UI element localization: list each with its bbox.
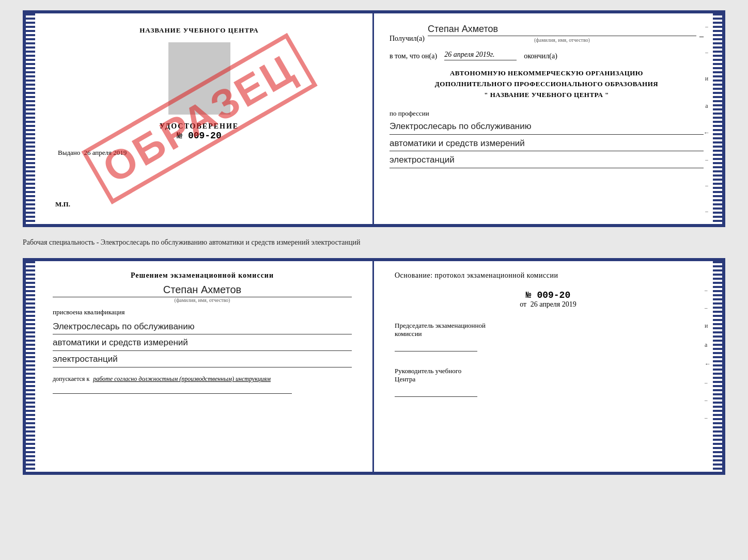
org-line1: АВТОНОМНУЮ НЕКОММЕРЧЕСКУЮ ОРГАНИЗАЦИЮ: [389, 68, 704, 79]
bottom-left-panel: Решением экзаменационной комиссии Степан…: [26, 261, 374, 472]
ind-dash2: –: [705, 305, 711, 311]
right-stripe-decoration: [713, 13, 722, 224]
resheniem-title: Решением экзаменационной комиссии: [53, 271, 352, 280]
po-professii-text: по профессии: [389, 109, 704, 118]
school-title-top: НАЗВАНИЕ УЧЕБНОГО ЦЕНТРА: [53, 26, 346, 35]
poluchil-label: Получил(а): [389, 35, 425, 43]
dopuskaetsya-underline: [53, 393, 292, 394]
chairman-line2: комиссии: [395, 330, 702, 338]
indicator-dash2: –: [705, 49, 708, 55]
indicator-a: а: [705, 102, 708, 110]
ind-dash1: –: [705, 287, 711, 293]
indicator-dash1: –: [705, 23, 708, 29]
protocol-block: № 009-20 от 26 апреля 2019: [395, 287, 702, 309]
rukovod-sig-line: [395, 396, 477, 397]
indicator-arrow: ←: [704, 129, 710, 137]
vydano-label: Выдано: [58, 149, 80, 156]
date-prefix: от: [520, 300, 526, 308]
photo-placeholder: [168, 42, 230, 115]
ind-i: и: [705, 322, 711, 330]
indicator-dash5: –: [705, 208, 708, 214]
udostoverenie-label: УДОСТОВЕРЕНИЕ: [53, 122, 346, 131]
qual-line2: автоматики и средств измерений: [53, 335, 352, 351]
org-block: АВТОНОМНУЮ НЕКОММЕРЧЕСКУЮ ОРГАНИЗАЦИЮ ДО…: [389, 68, 704, 100]
ind-dash4: –: [705, 397, 711, 403]
indicator-dash3: –: [705, 156, 708, 163]
bottom-right-stripe: [713, 261, 722, 472]
cert-right-panel: Получил(а) Степан Ахметов (фамилия, имя,…: [374, 13, 722, 224]
ind-dash3: –: [705, 379, 711, 386]
qual-line1: Электрослесарь по обслуживанию: [53, 319, 352, 335]
between-label-text: Рабочая специальность - Электрослесарь п…: [23, 238, 360, 246]
org-line2: ДОПОЛНИТЕЛЬНОГО ПРОФЕССИОНАЛЬНОГО ОБРАЗО…: [389, 79, 704, 90]
v-tom-label: в том, что он(а): [389, 52, 437, 60]
dopuskaetsya-label: допускается к: [53, 375, 89, 382]
mp-label: М.П.: [53, 200, 346, 214]
rukovod-line2: Центра: [395, 375, 702, 383]
osnovanie-title: Основание: протокол экзаменационной коми…: [395, 271, 702, 280]
cert-left-inner: НАЗВАНИЕ УЧЕБНОГО ЦЕНТРА УДОСТОВЕРЕНИЕ №…: [53, 24, 346, 214]
protocol-date: от 26 апреля 2019: [395, 300, 702, 309]
left-stripe-decoration: [26, 13, 35, 224]
ind-dash5: –: [705, 414, 711, 421]
chairman-line1: Председатель экзаменационной: [395, 322, 702, 330]
po-professii-label: по профессии Электрослесарь по обслужива…: [389, 105, 704, 168]
qualification-lines: Электрослесарь по обслуживанию автоматик…: [53, 319, 352, 368]
cert-left-panel: НАЗВАНИЕ УЧЕБНОГО ЦЕНТРА УДОСТОВЕРЕНИЕ №…: [26, 13, 374, 224]
certificate-bottom: Решением экзаменационной комиссии Степан…: [23, 258, 725, 475]
prof-line2: автоматики и средств измерений: [389, 137, 704, 152]
ind-arrow: ←: [705, 360, 711, 368]
protocol-prefix: №: [526, 290, 532, 300]
indicator-dash4: –: [705, 182, 708, 188]
bottom-right-panel: Основание: протокол экзаменационной коми…: [374, 261, 722, 472]
between-label: Рабочая специальность - Электрослесарь п…: [23, 235, 725, 250]
ind-a: а: [705, 341, 711, 349]
vydano-line: Выдано 26 апреля 2019: [53, 149, 346, 157]
bottom-left-stripe: [26, 261, 35, 472]
org-line3: " НАЗВАНИЕ УЧЕБНОГО ЦЕНТРА ": [389, 90, 704, 101]
right-side-indicators: – – и а ← – – –: [703, 13, 711, 224]
bottom-left-inner: Решением экзаменационной комиссии Степан…: [53, 271, 352, 394]
cert-date: 26 апреля 2019г.: [444, 51, 517, 60]
chairman-block: Председатель экзаменационной комиссии: [395, 322, 702, 351]
fio-label-bottom: (фамилия, имя, отчество): [53, 297, 352, 303]
prof-line3: электростанций: [389, 153, 704, 168]
protocol-num: № 009-20: [395, 290, 702, 300]
udostoverenie-block: УДОСТОВЕРЕНИЕ № 009-20: [53, 122, 346, 141]
rukovod-block: Руководитель учебного Центра: [395, 367, 702, 397]
certificate-top: НАЗВАНИЕ УЧЕБНОГО ЦЕНТРА УДОСТОВЕРЕНИЕ №…: [23, 10, 725, 227]
okonchil-label: окончил(а): [524, 52, 557, 60]
dopuskaetsya-block: допускается к работе согласно должностны…: [53, 375, 352, 394]
prof-line1: Электрослесарь по обслуживанию: [389, 120, 704, 135]
bottom-right-indicators: – – и а ← – – –: [705, 287, 711, 421]
protocol-date-value: 26 апреля 2019: [531, 300, 576, 308]
dopuskaetsya-value: работе согласно должностным (производств…: [93, 375, 271, 382]
person-name-top: Степан Ахметов: [428, 24, 696, 36]
fio-label-top: (фамилия, имя, отчество): [428, 37, 696, 43]
qual-line3: электростанций: [53, 352, 352, 367]
rukovod-line1: Руководитель учебного: [395, 367, 702, 375]
udostoverenie-number: № 009-20: [53, 131, 346, 141]
indicator-i: и: [705, 75, 708, 83]
protocol-number: 009-20: [537, 290, 570, 300]
vydano-date: 26 апреля 2019: [84, 149, 127, 156]
poluchil-line: Получил(а) Степан Ахметов (фамилия, имя,…: [389, 24, 704, 43]
v-tom-line: в том, что он(а) 26 апреля 2019г. окончи…: [389, 51, 704, 60]
prisvoena-text: присвоена квалификация: [53, 308, 352, 316]
person-name-bottom: Степан Ахметов: [53, 284, 352, 297]
chairman-sig-line: [395, 351, 477, 351]
